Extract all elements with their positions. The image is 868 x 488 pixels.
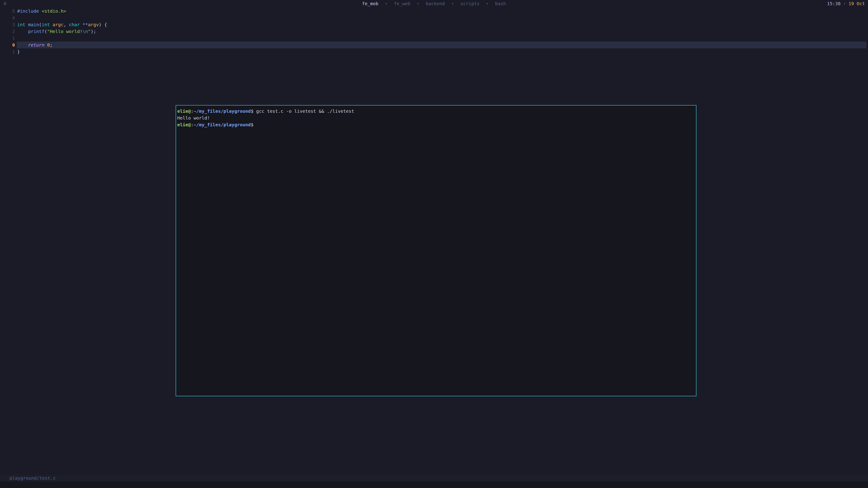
editor-line[interactable]: 5#include <stdio.h>	[0, 8, 866, 14]
token-punct: (	[39, 22, 41, 27]
token-punct: (	[44, 29, 47, 34]
token-fg	[44, 42, 47, 48]
terminal-line: elie@:~/my_files/playground$ gcc test.c …	[177, 108, 696, 115]
token-fg	[17, 42, 28, 48]
editor-line[interactable]: 1}	[0, 48, 866, 55]
code-text: #include <stdio.h>	[15, 8, 866, 14]
editor-line[interactable]: 0 return 0;	[0, 41, 866, 48]
token-fg	[80, 22, 83, 27]
token-esc: \n	[83, 29, 88, 34]
token-punct: );	[91, 29, 96, 34]
editor-line[interactable]: 4	[0, 14, 866, 21]
line-number: 0	[0, 41, 15, 48]
token-param: argc	[53, 22, 64, 27]
token-fg	[39, 8, 41, 14]
token-punct: }	[17, 49, 20, 55]
terminal-line: Hello world!	[177, 115, 696, 121]
terminal-line: elie@:~/my_files/playground$	[177, 121, 696, 128]
token-tfg: :	[191, 108, 193, 114]
line-number: 5	[0, 8, 15, 14]
token-type: char	[69, 22, 80, 27]
token-string: "	[88, 29, 91, 34]
statusline: playground/test.c	[0, 475, 868, 482]
code-text: }	[15, 48, 866, 55]
editor-line[interactable]: 1	[0, 35, 866, 41]
token-punct: ,	[64, 22, 69, 27]
screen: 0 fe_mob•fe_web•backend•scripts•bash 15:…	[0, 0, 868, 488]
token-ppath: ~/my_files/playground	[193, 122, 251, 127]
token-func: main	[28, 22, 39, 27]
workspace-list: fe_mob•fe_web•backend•scripts•bash	[0, 0, 868, 7]
token-punct: ;	[50, 42, 53, 48]
token-num: 0	[47, 42, 50, 48]
topbar: 0 fe_mob•fe_web•backend•scripts•bash 15:…	[0, 0, 868, 7]
clock-separator-dot: •	[843, 1, 846, 6]
workspace-separator-dot: •	[452, 1, 454, 6]
code-editor[interactable]: 5#include <stdio.h>43int main(int argc, …	[0, 8, 866, 55]
token-type: int	[17, 22, 25, 27]
token-func: printf	[28, 29, 44, 34]
workspace-item-scripts[interactable]: scripts	[460, 1, 479, 6]
token-tfg: $	[251, 122, 253, 127]
token-fg	[25, 22, 28, 27]
token-fg	[17, 29, 28, 34]
token-puser: elie@	[177, 108, 191, 114]
token-string: <stdio.h>	[41, 8, 66, 14]
clock-date: 19 Oct	[848, 1, 865, 6]
code-text: printf("Hello world!\n");	[15, 28, 866, 35]
bottom-bar	[0, 482, 868, 488]
workspace-item-fe_web[interactable]: fe_web	[394, 1, 410, 6]
workspace-separator-dot: •	[486, 1, 489, 6]
clock: 15:38 • 19 Oct	[827, 0, 865, 7]
workspace-item-bash[interactable]: bash	[495, 1, 506, 6]
token-preproc: #include	[17, 8, 39, 14]
terminal-output: elie@:~/my_files/playground$ gcc test.c …	[177, 108, 696, 128]
line-number: 2	[0, 28, 15, 35]
token-tfg: Hello world!	[177, 115, 210, 121]
line-number: 4	[0, 14, 15, 21]
editor-line[interactable]: 2 printf("Hello world!\n");	[0, 28, 866, 35]
token-type: int	[41, 22, 50, 27]
line-number: 1	[0, 48, 15, 55]
workspace-item-backend[interactable]: backend	[426, 1, 445, 6]
line-number: 3	[0, 21, 15, 28]
code-text: return 0;	[17, 41, 866, 48]
code-text: int main(int argc, char **argv) {	[15, 21, 866, 28]
statusline-filepath: playground/test.c	[9, 475, 56, 481]
workspace-item-fe_mob[interactable]: fe_mob	[362, 1, 378, 6]
token-fg	[50, 22, 53, 27]
editor-line[interactable]: 3int main(int argc, char **argv) {	[0, 21, 866, 28]
token-tfg: $ gcc test.c -o livetest && ./livetest	[251, 108, 354, 114]
token-param: argv	[88, 22, 99, 27]
floating-terminal[interactable]: elie@:~/my_files/playground$ gcc test.c …	[176, 105, 696, 396]
token-tfg: :	[191, 122, 193, 127]
token-punct: ) {	[99, 22, 107, 27]
token-ppath: ~/my_files/playground	[193, 108, 251, 114]
line-number: 1	[0, 35, 15, 41]
token-puser: elie@	[177, 122, 191, 127]
token-op: **	[83, 22, 88, 27]
token-kw: return	[28, 42, 44, 48]
workspace-separator-dot: •	[417, 1, 419, 6]
workspace-separator-dot: •	[385, 1, 388, 6]
code-text	[15, 14, 866, 21]
code-text	[15, 35, 866, 41]
token-string: "Hello world!	[47, 29, 83, 34]
clock-time: 15:38	[827, 1, 841, 6]
